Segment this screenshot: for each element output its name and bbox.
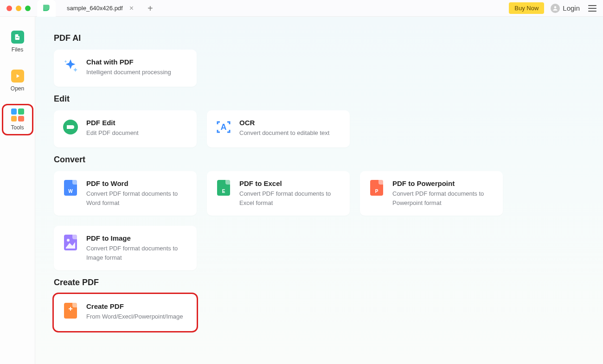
card-pdf-edit[interactable]: PDF Edit Edit PDF document (54, 110, 197, 147)
svg-point-0 (554, 6, 557, 8)
sidebar-item-label: Files (12, 46, 23, 53)
image-doc-icon (62, 234, 79, 251)
menu-button[interactable] (586, 3, 598, 13)
buy-now-button[interactable]: Buy Now (509, 2, 544, 14)
tab-label: sample_640x426.pdf (67, 5, 123, 12)
card-pdf-to-excel[interactable]: E PDF to Excel Convert PDF format docume… (207, 171, 350, 216)
files-icon (11, 31, 24, 44)
svg-rect-3 (16, 37, 18, 38)
sidebar: Files Open Tools (0, 17, 35, 364)
ocr-icon: A (215, 119, 232, 135)
window-controls (6, 6, 31, 11)
card-create-pdf[interactable]: Create PDF From Word/Execl/Powerpoint/Im… (54, 294, 197, 331)
open-icon (11, 70, 24, 83)
window-close-button[interactable] (6, 6, 12, 11)
section-title-convert: Convert (54, 155, 584, 165)
card-desc: Convert document to editable text (239, 128, 329, 138)
pdf-edit-icon (62, 119, 79, 135)
login-label: Login (563, 4, 580, 12)
main-content: PDF AI Chat with PDF Intelligent documen… (35, 17, 603, 364)
card-desc: From Word/Execl/Powerpoint/Image (86, 312, 183, 321)
card-title: Create PDF (86, 302, 183, 310)
chat-ai-icon (62, 58, 79, 75)
ppt-doc-icon: P (368, 179, 385, 196)
svg-rect-10 (70, 307, 71, 311)
card-title: PDF to Excel (239, 179, 341, 187)
card-desc: Convert PDF format documents to Excel fo… (239, 189, 341, 207)
section-title-edit: Edit (54, 94, 584, 104)
card-pdf-to-powerpoint[interactable]: P PDF to Powerpoint Convert PDF format d… (360, 171, 503, 216)
tab-document[interactable]: sample_640x426.pdf × (60, 0, 140, 17)
app-logo-tab[interactable] (37, 0, 56, 17)
svg-marker-7 (66, 242, 75, 249)
card-ocr[interactable]: A OCR Convert document to editable text (207, 110, 350, 147)
window-minimize-button[interactable] (16, 6, 21, 11)
titlebar: sample_640x426.pdf × + Buy Now Login (0, 0, 603, 17)
section-title-create: Create PDF (54, 278, 584, 287)
card-desc: Convert PDF format documents to Word for… (86, 189, 188, 207)
sidebar-item-label: Tools (11, 124, 24, 131)
card-title: OCR (239, 119, 329, 127)
card-pdf-to-image[interactable]: PDF to Image Convert PDF format document… (54, 226, 197, 270)
card-desc: Convert PDF format documents to Image fo… (86, 244, 188, 262)
svg-marker-4 (16, 74, 19, 78)
card-title: Chat with PDF (86, 58, 171, 66)
card-title: PDF to Powerpoint (392, 179, 494, 187)
sidebar-item-label: Open (11, 85, 24, 92)
sidebar-item-open[interactable]: Open (4, 67, 32, 95)
card-desc: Edit PDF document (86, 128, 139, 138)
card-title: PDF Edit (86, 119, 139, 127)
tab-close-icon[interactable]: × (129, 5, 134, 12)
sidebar-item-files[interactable]: Files (4, 28, 32, 56)
tools-icon (11, 109, 24, 121)
login-button[interactable]: Login (551, 4, 580, 13)
card-desc: Convert PDF format documents to Powerpoi… (392, 189, 494, 207)
card-chat-with-pdf[interactable]: Chat with PDF Intelligent document proce… (54, 50, 197, 87)
word-doc-icon: W (62, 179, 79, 196)
app-logo-icon (42, 3, 51, 13)
avatar-icon (551, 4, 560, 13)
svg-point-8 (67, 239, 70, 242)
card-desc: Intelligent document processing (86, 68, 171, 77)
excel-doc-icon: E (215, 179, 232, 196)
section-title-pdfai: PDF AI (54, 33, 584, 43)
card-title: PDF to Word (86, 179, 188, 187)
new-tab-button[interactable]: + (144, 4, 157, 13)
svg-text:A: A (221, 122, 227, 132)
sidebar-item-tools[interactable]: Tools (4, 106, 32, 134)
window-maximize-button[interactable] (25, 6, 31, 11)
svg-rect-2 (18, 34, 20, 36)
card-title: PDF to Image (86, 234, 188, 242)
card-pdf-to-word[interactable]: W PDF to Word Convert PDF format documen… (54, 171, 197, 216)
create-pdf-icon (62, 302, 79, 319)
